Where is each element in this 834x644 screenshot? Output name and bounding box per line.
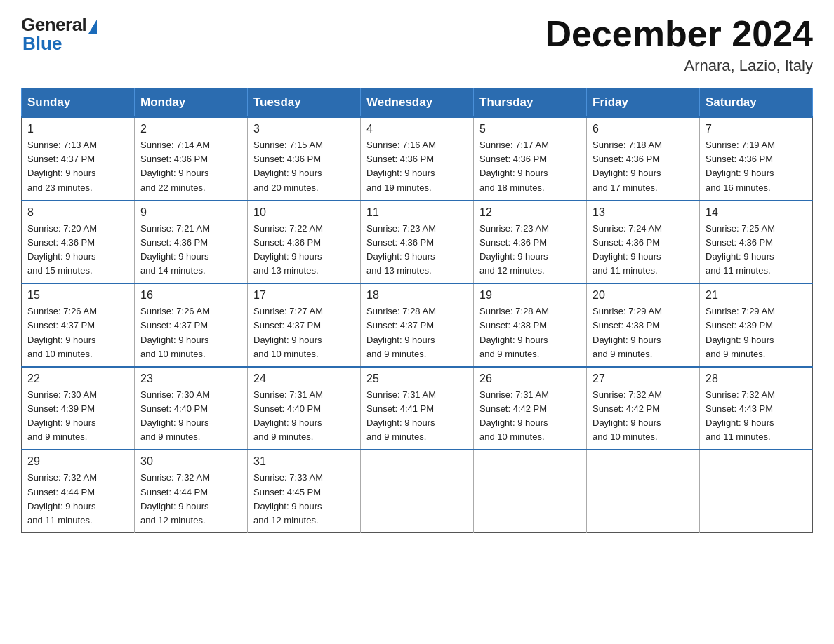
table-row: 24 Sunrise: 7:31 AM Sunset: 4:40 PM Dayl…: [248, 367, 361, 450]
day-number: 21: [706, 289, 807, 302]
day-info: Sunrise: 7:23 AM Sunset: 4:36 PM Dayligh…: [479, 222, 581, 279]
month-title: December 2024: [545, 14, 813, 54]
day-number: 24: [253, 373, 355, 385]
table-row: 4 Sunrise: 7:16 AM Sunset: 4:36 PM Dayli…: [361, 117, 474, 201]
day-number: 2: [140, 123, 241, 135]
table-row: [700, 450, 813, 532]
day-info: Sunrise: 7:18 AM Sunset: 4:36 PM Dayligh…: [593, 138, 694, 195]
table-row: 31 Sunrise: 7:33 AM Sunset: 4:45 PM Dayl…: [248, 450, 361, 532]
day-number: 7: [706, 123, 807, 135]
day-info: Sunrise: 7:27 AM Sunset: 4:37 PM Dayligh…: [253, 304, 355, 361]
day-number: 19: [479, 289, 581, 302]
day-number: 20: [593, 289, 694, 302]
day-info: Sunrise: 7:23 AM Sunset: 4:36 PM Dayligh…: [366, 222, 468, 279]
day-number: 22: [27, 373, 128, 385]
day-info: Sunrise: 7:20 AM Sunset: 4:36 PM Dayligh…: [27, 222, 128, 279]
day-number: 17: [253, 289, 355, 302]
day-number: 23: [140, 373, 241, 385]
day-info: Sunrise: 7:25 AM Sunset: 4:36 PM Dayligh…: [706, 222, 807, 279]
table-row: [587, 450, 700, 532]
day-info: Sunrise: 7:28 AM Sunset: 4:37 PM Dayligh…: [366, 304, 468, 361]
day-info: Sunrise: 7:31 AM Sunset: 4:42 PM Dayligh…: [479, 388, 581, 445]
day-number: 5: [479, 123, 581, 135]
day-number: 16: [140, 289, 241, 302]
day-info: Sunrise: 7:28 AM Sunset: 4:38 PM Dayligh…: [479, 304, 581, 361]
day-info: Sunrise: 7:16 AM Sunset: 4:36 PM Dayligh…: [366, 138, 468, 195]
day-number: 4: [366, 123, 468, 135]
day-number: 14: [706, 206, 807, 219]
table-row: 29 Sunrise: 7:32 AM Sunset: 4:44 PM Dayl…: [22, 450, 135, 532]
day-info: Sunrise: 7:30 AM Sunset: 4:40 PM Dayligh…: [140, 388, 241, 445]
day-info: Sunrise: 7:14 AM Sunset: 4:36 PM Dayligh…: [140, 138, 241, 195]
day-info: Sunrise: 7:32 AM Sunset: 4:44 PM Dayligh…: [27, 471, 128, 528]
calendar-week-row: 8 Sunrise: 7:20 AM Sunset: 4:36 PM Dayli…: [22, 201, 813, 284]
day-number: 28: [706, 373, 807, 385]
col-saturday: Saturday: [700, 88, 813, 118]
table-row: 30 Sunrise: 7:32 AM Sunset: 4:44 PM Dayl…: [135, 450, 248, 532]
calendar-week-row: 15 Sunrise: 7:26 AM Sunset: 4:37 PM Dayl…: [22, 283, 813, 367]
table-row: 7 Sunrise: 7:19 AM Sunset: 4:36 PM Dayli…: [700, 117, 813, 201]
day-info: Sunrise: 7:33 AM Sunset: 4:45 PM Dayligh…: [253, 471, 355, 528]
day-number: 29: [27, 455, 128, 468]
day-number: 13: [593, 206, 694, 219]
col-tuesday: Tuesday: [248, 88, 361, 118]
table-row: 17 Sunrise: 7:27 AM Sunset: 4:37 PM Dayl…: [248, 283, 361, 367]
logo-blue-text: Blue: [22, 33, 62, 55]
day-number: 8: [27, 206, 128, 219]
col-friday: Friday: [587, 88, 700, 118]
day-info: Sunrise: 7:32 AM Sunset: 4:43 PM Dayligh…: [706, 388, 807, 445]
table-row: 18 Sunrise: 7:28 AM Sunset: 4:37 PM Dayl…: [361, 283, 474, 367]
day-info: Sunrise: 7:26 AM Sunset: 4:37 PM Dayligh…: [27, 304, 128, 361]
day-info: Sunrise: 7:29 AM Sunset: 4:39 PM Dayligh…: [706, 304, 807, 361]
table-row: 21 Sunrise: 7:29 AM Sunset: 4:39 PM Dayl…: [700, 283, 813, 367]
table-row: 22 Sunrise: 7:30 AM Sunset: 4:39 PM Dayl…: [22, 367, 135, 450]
table-row: 23 Sunrise: 7:30 AM Sunset: 4:40 PM Dayl…: [135, 367, 248, 450]
table-row: [474, 450, 587, 532]
table-row: 10 Sunrise: 7:22 AM Sunset: 4:36 PM Dayl…: [248, 201, 361, 284]
day-number: 31: [253, 455, 355, 468]
calendar-week-row: 29 Sunrise: 7:32 AM Sunset: 4:44 PM Dayl…: [22, 450, 813, 532]
table-row: 1 Sunrise: 7:13 AM Sunset: 4:37 PM Dayli…: [22, 117, 135, 201]
table-row: 5 Sunrise: 7:17 AM Sunset: 4:36 PM Dayli…: [474, 117, 587, 201]
day-info: Sunrise: 7:24 AM Sunset: 4:36 PM Dayligh…: [593, 222, 694, 279]
table-row: 15 Sunrise: 7:26 AM Sunset: 4:37 PM Dayl…: [22, 283, 135, 367]
day-number: 25: [366, 373, 468, 385]
day-number: 27: [593, 373, 694, 385]
table-row: 8 Sunrise: 7:20 AM Sunset: 4:36 PM Dayli…: [22, 201, 135, 284]
table-row: 6 Sunrise: 7:18 AM Sunset: 4:36 PM Dayli…: [587, 117, 700, 201]
day-info: Sunrise: 7:21 AM Sunset: 4:36 PM Dayligh…: [140, 222, 241, 279]
day-info: Sunrise: 7:22 AM Sunset: 4:36 PM Dayligh…: [253, 222, 355, 279]
calendar-header-row: Sunday Monday Tuesday Wednesday Thursday…: [22, 88, 813, 118]
table-row: 12 Sunrise: 7:23 AM Sunset: 4:36 PM Dayl…: [474, 201, 587, 284]
page-header: General Blue December 2024 Arnara, Lazio…: [21, 14, 813, 75]
day-number: 12: [479, 206, 581, 219]
col-wednesday: Wednesday: [361, 88, 474, 118]
day-info: Sunrise: 7:19 AM Sunset: 4:36 PM Dayligh…: [706, 138, 807, 195]
day-number: 9: [140, 206, 241, 219]
title-block: December 2024 Arnara, Lazio, Italy: [545, 14, 813, 75]
table-row: 19 Sunrise: 7:28 AM Sunset: 4:38 PM Dayl…: [474, 283, 587, 367]
day-number: 1: [27, 123, 128, 135]
table-row: 14 Sunrise: 7:25 AM Sunset: 4:36 PM Dayl…: [700, 201, 813, 284]
table-row: 25 Sunrise: 7:31 AM Sunset: 4:41 PM Dayl…: [361, 367, 474, 450]
col-thursday: Thursday: [474, 88, 587, 118]
day-number: 18: [366, 289, 468, 302]
day-info: Sunrise: 7:29 AM Sunset: 4:38 PM Dayligh…: [593, 304, 694, 361]
day-info: Sunrise: 7:17 AM Sunset: 4:36 PM Dayligh…: [479, 138, 581, 195]
calendar-table: Sunday Monday Tuesday Wednesday Thursday…: [21, 88, 813, 533]
table-row: 26 Sunrise: 7:31 AM Sunset: 4:42 PM Dayl…: [474, 367, 587, 450]
col-monday: Monday: [135, 88, 248, 118]
day-info: Sunrise: 7:13 AM Sunset: 4:37 PM Dayligh…: [27, 138, 128, 195]
table-row: [361, 450, 474, 532]
col-sunday: Sunday: [22, 88, 135, 118]
table-row: 13 Sunrise: 7:24 AM Sunset: 4:36 PM Dayl…: [587, 201, 700, 284]
logo: General Blue: [21, 14, 97, 55]
day-number: 10: [253, 206, 355, 219]
day-info: Sunrise: 7:32 AM Sunset: 4:42 PM Dayligh…: [593, 388, 694, 445]
table-row: 20 Sunrise: 7:29 AM Sunset: 4:38 PM Dayl…: [587, 283, 700, 367]
day-info: Sunrise: 7:31 AM Sunset: 4:40 PM Dayligh…: [253, 388, 355, 445]
day-info: Sunrise: 7:31 AM Sunset: 4:41 PM Dayligh…: [366, 388, 468, 445]
table-row: 28 Sunrise: 7:32 AM Sunset: 4:43 PM Dayl…: [700, 367, 813, 450]
day-number: 30: [140, 455, 241, 468]
table-row: 16 Sunrise: 7:26 AM Sunset: 4:37 PM Dayl…: [135, 283, 248, 367]
